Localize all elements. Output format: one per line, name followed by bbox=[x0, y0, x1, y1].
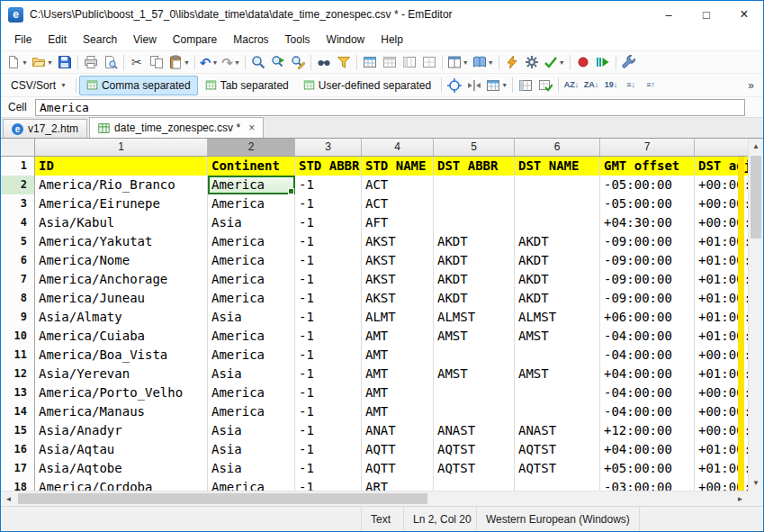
tab-v17-2-htm[interactable]: e v17_2.htm bbox=[3, 119, 87, 138]
csv-cell[interactable]: -1 bbox=[295, 270, 362, 289]
menu-view[interactable]: View bbox=[125, 30, 165, 50]
row-number[interactable]: 8 bbox=[1, 289, 35, 308]
csv-header-cell[interactable]: DST ABBR bbox=[434, 157, 515, 176]
comma-separated-button[interactable]: Comma separated bbox=[79, 76, 198, 95]
close-button[interactable]: × bbox=[725, 1, 763, 28]
csv-cell[interactable]: +05:00:00 bbox=[600, 459, 695, 478]
csv-cell[interactable]: AMST bbox=[515, 327, 600, 346]
csv-cell[interactable]: America/Yakutat bbox=[35, 232, 208, 251]
dropdown-icon[interactable]: ▼ bbox=[47, 59, 53, 66]
menu-tools[interactable]: Tools bbox=[277, 30, 319, 50]
csv-cell[interactable]: AFT bbox=[362, 213, 434, 232]
validate-table-button[interactable] bbox=[535, 76, 555, 95]
csv-cell[interactable]: Asia bbox=[208, 308, 295, 327]
copy-button[interactable] bbox=[147, 52, 166, 72]
csv-cell[interactable]: AMT bbox=[362, 383, 434, 402]
tab-close-icon[interactable]: × bbox=[248, 122, 255, 134]
menu-window[interactable]: Window bbox=[319, 30, 373, 50]
csv-cell[interactable]: AQTST bbox=[434, 459, 515, 478]
row-number[interactable]: 3 bbox=[1, 194, 35, 213]
csv-cell[interactable]: ANAST bbox=[434, 421, 515, 440]
csv-cell[interactable]: -1 bbox=[295, 176, 362, 194]
csv-cell[interactable]: America/Manaus bbox=[35, 402, 208, 421]
csv-cell[interactable]: Asia/Kabul bbox=[35, 213, 208, 232]
plugin-settings-button[interactable] bbox=[522, 52, 542, 72]
csv-cell[interactable] bbox=[515, 383, 600, 402]
row-number[interactable]: 10 bbox=[1, 327, 35, 346]
csv-cell[interactable]: AKDT bbox=[434, 270, 515, 289]
csv-cell[interactable]: America/Cuiaba bbox=[35, 327, 208, 346]
tab-date-time-zonespec-csv[interactable]: date_time_zonespec.csv * × bbox=[89, 117, 264, 138]
csv-cell[interactable]: -05:00:00 bbox=[600, 176, 695, 194]
scroll-down-icon[interactable]: ▼ bbox=[749, 475, 763, 491]
status-mode[interactable]: Text bbox=[361, 507, 400, 531]
csv-cell[interactable]: AMT bbox=[362, 402, 434, 421]
column-header-8[interactable] bbox=[695, 139, 748, 156]
csv-cell[interactable]: -1 bbox=[295, 289, 362, 308]
csv-cell[interactable]: America bbox=[208, 289, 295, 308]
sort-shortest-button[interactable]: ≡↓ bbox=[621, 76, 641, 95]
csv-cell[interactable] bbox=[434, 478, 515, 491]
csv-cell[interactable]: AMST bbox=[434, 365, 515, 383]
minimize-button[interactable]: – bbox=[650, 1, 688, 28]
table-cells-button[interactable] bbox=[419, 52, 439, 72]
scroll-right-icon[interactable]: ► bbox=[733, 491, 748, 507]
menu-search[interactable]: Search bbox=[75, 30, 125, 50]
csv-cell[interactable] bbox=[434, 194, 515, 213]
csv-cell[interactable] bbox=[434, 402, 515, 421]
csv-cell[interactable] bbox=[434, 176, 515, 194]
row-number[interactable]: 15 bbox=[1, 421, 35, 440]
csv-cell[interactable]: America/Eirunepe bbox=[35, 194, 208, 213]
find-in-files-button[interactable] bbox=[314, 52, 334, 72]
csv-cell[interactable]: Asia/Anadyr bbox=[35, 421, 208, 440]
csv-cell[interactable]: America bbox=[208, 478, 295, 491]
csv-cell[interactable]: AQTST bbox=[515, 440, 600, 459]
csv-cell[interactable]: America bbox=[208, 232, 295, 251]
dropdown-icon[interactable]: ▼ bbox=[488, 59, 494, 66]
row-number[interactable]: 12 bbox=[1, 365, 35, 383]
csv-cell[interactable] bbox=[434, 346, 515, 365]
csv-cell[interactable]: America bbox=[208, 251, 295, 270]
csv-cell[interactable]: Asia/Almaty bbox=[35, 308, 208, 327]
csv-cell[interactable]: -09:00:00 bbox=[600, 251, 695, 270]
csv-cell[interactable]: Asia/Aqtobe bbox=[35, 459, 208, 478]
csv-cell[interactable]: +04:00:00 bbox=[600, 440, 695, 459]
csv-cell[interactable]: -1 bbox=[295, 251, 362, 270]
column-header-5[interactable]: 5 bbox=[434, 139, 515, 156]
csv-cell[interactable] bbox=[434, 213, 515, 232]
csv-cell[interactable]: -1 bbox=[295, 232, 362, 251]
vertical-scroll-thumb[interactable] bbox=[751, 156, 761, 239]
csv-cell[interactable] bbox=[515, 194, 600, 213]
csv-cell[interactable]: AQTT bbox=[362, 440, 434, 459]
table-columns-button[interactable] bbox=[400, 52, 419, 72]
csv-header-cell[interactable]: GMT offset bbox=[600, 157, 695, 176]
csv-cell[interactable]: AKDT bbox=[515, 232, 600, 251]
row-number[interactable]: 6 bbox=[1, 251, 35, 270]
run-macro-button[interactable] bbox=[593, 52, 613, 72]
csv-cell[interactable]: AQTST bbox=[434, 440, 515, 459]
row-number[interactable]: 9 bbox=[1, 308, 35, 327]
csv-cell[interactable]: -1 bbox=[295, 478, 362, 491]
csv-cell[interactable]: America bbox=[208, 270, 295, 289]
csv-cell[interactable]: -05:00:00 bbox=[600, 194, 695, 213]
csv-cell[interactable]: -04:00:00 bbox=[600, 402, 695, 421]
user-defined-separated-button[interactable]: User-defined separated bbox=[296, 76, 438, 95]
customize-button[interactable] bbox=[619, 52, 639, 72]
csv-header-cell[interactable]: DST NAME bbox=[515, 157, 600, 176]
row-number[interactable]: 2 bbox=[1, 176, 35, 194]
sort-ascending-button[interactable]: AZ↓ bbox=[562, 76, 581, 95]
row-number[interactable]: 5 bbox=[1, 232, 35, 251]
csv-cell[interactable]: America bbox=[208, 176, 295, 194]
csv-header-cell[interactable]: ID bbox=[35, 157, 208, 176]
row-number[interactable]: 17 bbox=[1, 459, 35, 478]
csv-header-cell[interactable]: Continent bbox=[208, 157, 295, 176]
csv-cell[interactable]: America bbox=[208, 402, 295, 421]
csv-cell[interactable]: America/Cordoba bbox=[35, 478, 208, 491]
csv-cell[interactable] bbox=[434, 383, 515, 402]
csv-cell[interactable]: -09:00:00 bbox=[600, 270, 695, 289]
csv-cell[interactable]: America/Boa_Vista bbox=[35, 346, 208, 365]
column-header-6[interactable]: 6 bbox=[515, 139, 600, 156]
csv-cell[interactable]: AMT bbox=[362, 365, 434, 383]
csv-cell[interactable]: -1 bbox=[295, 308, 362, 327]
dropdown-icon[interactable]: ▼ bbox=[463, 59, 469, 66]
